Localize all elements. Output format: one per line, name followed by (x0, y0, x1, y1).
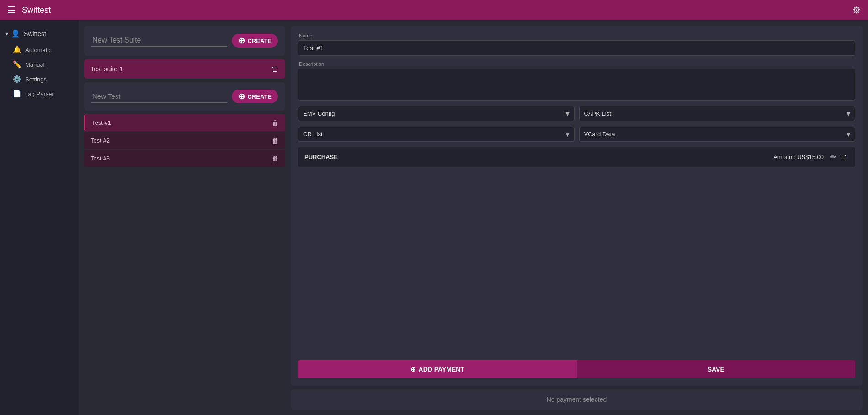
create-suite-label: CREATE (248, 37, 272, 44)
delete-test-button-1[interactable]: 🗑 (272, 137, 279, 144)
pencil-icon: ✏️ (13, 60, 21, 69)
settings-icon: ⚙️ (13, 75, 21, 83)
cr-list-wrapper: CR List ▼ (298, 127, 575, 142)
vcard-data-wrapper: VCard Data ▼ (579, 127, 856, 142)
content-area: ⊕ CREATE Test suite 1 🗑 ⊕ CREATE (79, 20, 868, 415)
description-label: Description (298, 61, 855, 67)
dropdown-row-2: CR List ▼ VCard Data ▼ (298, 127, 855, 142)
sidebar-item-label-tag-parser: Tag Parser (25, 90, 54, 97)
sidebar-item-automatic[interactable]: 🔔 Automatic (0, 43, 79, 57)
bell-icon: 🔔 (13, 46, 21, 54)
test-item-0[interactable]: Test #1 🗑 (84, 114, 285, 131)
sidebar-group: ▾ 👤 Swittest (0, 25, 79, 43)
sidebar-group-header[interactable]: ▾ 👤 Swittest (0, 27, 79, 41)
cr-list-select[interactable]: CR List (298, 127, 575, 142)
delete-test-button-0[interactable]: 🗑 (272, 119, 279, 127)
add-payment-button[interactable]: ⊕ ADD PAYMENT (298, 360, 577, 378)
save-label: SAVE (708, 366, 724, 373)
sidebar-item-label-manual: Manual (25, 61, 45, 68)
no-payment-label: No payment selected (547, 396, 607, 403)
test-editor-card: Name Description EMV Config ▼ (291, 26, 863, 386)
sidebar: ▾ 👤 Swittest 🔔 Automatic ✏️ Manual ⚙️ Se… (0, 20, 79, 415)
test-item-2[interactable]: Test #3 🗑 (84, 150, 285, 167)
new-test-input[interactable] (91, 90, 227, 103)
dropdown-row-1: EMV Config ▼ CAPK List ▼ (298, 106, 855, 121)
test-item-label-0: Test #1 (92, 119, 111, 126)
name-input[interactable] (298, 40, 855, 56)
name-field-group: Name (298, 33, 855, 56)
editor-bottom-buttons: ⊕ ADD PAYMENT SAVE (298, 360, 855, 378)
no-payment-bar: No payment selected (291, 389, 863, 410)
plus-circle-icon: ⊕ (238, 92, 245, 101)
gear-icon[interactable]: ⚙ (852, 5, 861, 16)
payment-delete-button[interactable]: 🗑 (838, 152, 849, 162)
user-icon: 👤 (11, 29, 20, 38)
sidebar-item-manual[interactable]: ✏️ Manual (0, 57, 79, 72)
create-suite-button[interactable]: ⊕ CREATE (232, 34, 278, 48)
add-payment-plus-icon: ⊕ (410, 366, 416, 373)
test-items-list: Test #1 🗑 Test #2 🗑 Test #3 🗑 (84, 114, 285, 167)
sidebar-item-tag-parser[interactable]: 📄 Tag Parser (0, 86, 79, 101)
emv-config-wrapper: EMV Config ▼ (298, 106, 575, 121)
right-panel: Name Description EMV Config ▼ (285, 26, 863, 410)
delete-test-button-2[interactable]: 🗑 (272, 154, 279, 162)
name-label: Name (298, 33, 855, 38)
description-field-group: Description (298, 61, 855, 101)
delete-suite-button[interactable]: 🗑 (272, 65, 279, 73)
test-item-label-2: Test #3 (91, 155, 110, 162)
chevron-down-icon: ▾ (5, 31, 8, 37)
menu-icon[interactable]: ☰ (7, 5, 16, 16)
sidebar-group-label: Swittest (24, 30, 46, 37)
save-button[interactable]: SAVE (577, 360, 856, 378)
sidebar-item-label-automatic: Automatic (25, 47, 52, 53)
app-title: Swittest (22, 5, 852, 15)
payment-edit-button[interactable]: ✏ (828, 152, 838, 162)
emv-config-select[interactable]: EMV Config (298, 106, 575, 121)
new-suite-card: ⊕ CREATE (84, 26, 285, 56)
test-item-label-1: Test #2 (91, 137, 110, 144)
main-area: ▾ 👤 Swittest 🔔 Automatic ✏️ Manual ⚙️ Se… (0, 20, 868, 415)
sidebar-item-label-settings: Settings (25, 76, 47, 83)
new-test-card: ⊕ CREATE (84, 82, 285, 111)
create-test-label: CREATE (248, 93, 272, 100)
create-test-button[interactable]: ⊕ CREATE (232, 90, 278, 103)
vcard-data-select[interactable]: VCard Data (579, 127, 856, 142)
left-panel: ⊕ CREATE Test suite 1 🗑 ⊕ CREATE (84, 26, 285, 410)
test-suite-row[interactable]: Test suite 1 🗑 (84, 59, 285, 79)
plus-icon: ⊕ (238, 37, 245, 45)
payment-amount-label: Amount: US$15.00 (338, 154, 824, 160)
description-textarea[interactable] (298, 69, 855, 101)
document-icon: 📄 (13, 90, 21, 98)
payment-type-label: PURCHASE (304, 154, 338, 160)
test-suite-label: Test suite 1 (91, 65, 123, 73)
capk-list-wrapper: CAPK List ▼ (579, 106, 856, 121)
new-suite-input[interactable] (91, 34, 227, 47)
payment-area-spacer (298, 172, 855, 355)
payment-row: PURCHASE Amount: US$15.00 ✏ 🗑 (298, 147, 855, 167)
sidebar-item-settings[interactable]: ⚙️ Settings (0, 72, 79, 86)
add-payment-label: ADD PAYMENT (419, 366, 464, 373)
capk-list-select[interactable]: CAPK List (579, 106, 856, 121)
test-item-1[interactable]: Test #2 🗑 (84, 132, 285, 149)
topbar: ☰ Swittest ⚙ (0, 0, 868, 20)
